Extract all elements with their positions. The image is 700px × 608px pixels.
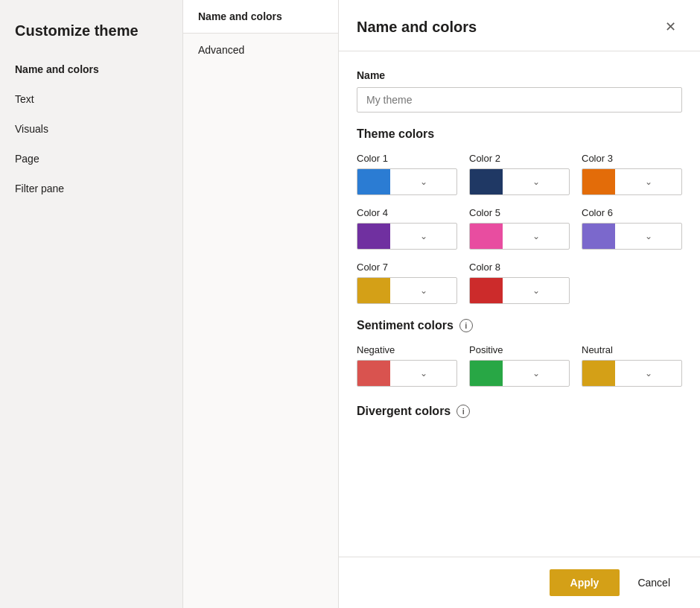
main-panel: Name and colors ✕ Name Theme colors Colo…: [339, 0, 700, 608]
main-content: Name Theme colors Color 1 ⌄ Color 2 ⌄: [339, 51, 700, 557]
positive-swatch: [470, 361, 503, 386]
close-button[interactable]: ✕: [658, 15, 682, 39]
name-label: Name: [357, 69, 682, 81]
color-3-dropdown[interactable]: ⌄: [582, 168, 682, 195]
middle-panel: Name and colors Advanced: [182, 0, 339, 608]
color-item-4: Color 4 ⌄: [357, 207, 457, 250]
tab-advanced[interactable]: Advanced: [183, 34, 338, 66]
color-6-label: Color 6: [582, 207, 682, 218]
color-item-7: Color 7 ⌄: [357, 262, 457, 304]
color-7-label: Color 7: [357, 262, 457, 273]
positive-chevron-icon: ⌄: [503, 368, 569, 379]
neutral-chevron-icon: ⌄: [615, 368, 681, 379]
color-5-dropdown[interactable]: ⌄: [469, 223, 570, 250]
neutral-swatch: [582, 361, 615, 386]
negative-dropdown[interactable]: ⌄: [357, 360, 457, 387]
color-3-label: Color 3: [582, 153, 682, 164]
color-3-chevron-icon: ⌄: [615, 177, 681, 187]
color-4-label: Color 4: [357, 207, 457, 218]
color-3-swatch: [582, 169, 615, 194]
color-6-swatch: [582, 224, 615, 249]
theme-name-input[interactable]: [357, 87, 682, 113]
sidebar-item-text[interactable]: Text: [0, 84, 182, 114]
sentiment-colors-heading: Sentiment colors i: [357, 319, 682, 332]
color-6-chevron-icon: ⌄: [615, 231, 681, 241]
positive-label: Positive: [469, 344, 570, 355]
color-7-dropdown[interactable]: ⌄: [357, 277, 457, 304]
color-2-dropdown[interactable]: ⌄: [469, 168, 570, 195]
theme-colors-heading: Theme colors: [357, 127, 682, 141]
color-1-label: Color 1: [357, 153, 457, 164]
divergent-colors-heading: Divergent colors i: [357, 405, 682, 418]
neutral-label: Neutral: [582, 344, 682, 355]
main-panel-title: Name and colors: [357, 19, 477, 36]
color-item-6: Color 6 ⌄: [582, 207, 682, 250]
sidebar-item-page[interactable]: Page: [0, 144, 182, 174]
sentiment-negative: Negative ⌄: [357, 344, 457, 387]
color-item-8: Color 8 ⌄: [469, 262, 570, 304]
theme-colors-grid: Color 1 ⌄ Color 2 ⌄ Color 3 ⌄: [357, 153, 682, 304]
color-item-3: Color 3 ⌄: [582, 153, 682, 195]
color-1-chevron-icon: ⌄: [390, 177, 456, 187]
sidebar: Customize theme Name and colors Text Vis…: [0, 0, 182, 608]
color-8-label: Color 8: [469, 262, 570, 273]
color-item-1: Color 1 ⌄: [357, 153, 457, 195]
sentiment-neutral: Neutral ⌄: [582, 344, 682, 387]
color-2-swatch: [470, 169, 503, 194]
color-5-label: Color 5: [469, 207, 570, 218]
color-8-dropdown[interactable]: ⌄: [469, 277, 570, 304]
color-4-chevron-icon: ⌄: [390, 231, 456, 241]
apply-button[interactable]: Apply: [550, 569, 620, 596]
divergent-info-icon: i: [456, 405, 470, 418]
color-5-swatch: [470, 224, 503, 249]
main-header: Name and colors ✕: [339, 0, 700, 51]
neutral-dropdown[interactable]: ⌄: [582, 360, 682, 387]
color-8-chevron-icon: ⌄: [503, 285, 569, 296]
main-footer: Apply Cancel: [339, 557, 700, 608]
color-7-chevron-icon: ⌄: [390, 285, 456, 296]
sidebar-item-name-and-colors[interactable]: Name and colors: [0, 54, 182, 84]
color-5-chevron-icon: ⌄: [503, 231, 569, 241]
sentiment-positive: Positive ⌄: [469, 344, 570, 387]
color-item-2: Color 2 ⌄: [469, 153, 570, 195]
color-1-swatch: [357, 169, 390, 194]
negative-swatch: [357, 361, 390, 386]
sentiment-info-icon: i: [459, 319, 473, 332]
color-2-label: Color 2: [469, 153, 570, 164]
color-6-dropdown[interactable]: ⌄: [582, 223, 682, 250]
negative-chevron-icon: ⌄: [390, 368, 456, 379]
color-4-dropdown[interactable]: ⌄: [357, 223, 457, 250]
tab-name-and-colors[interactable]: Name and colors: [183, 0, 338, 34]
sentiment-colors-grid: Negative ⌄ Positive ⌄ Neutral ⌄: [357, 344, 682, 387]
color-item-5: Color 5 ⌄: [469, 207, 570, 250]
color-7-swatch: [357, 278, 390, 303]
negative-label: Negative: [357, 344, 457, 355]
color-2-chevron-icon: ⌄: [503, 177, 569, 187]
color-4-swatch: [357, 224, 390, 249]
sidebar-title: Customize theme: [0, 15, 182, 54]
color-8-swatch: [470, 278, 503, 303]
color-1-dropdown[interactable]: ⌄: [357, 168, 457, 195]
positive-dropdown[interactable]: ⌄: [469, 360, 570, 387]
cancel-button[interactable]: Cancel: [626, 569, 682, 596]
sidebar-item-filter-pane[interactable]: Filter pane: [0, 174, 182, 203]
sidebar-item-visuals[interactable]: Visuals: [0, 114, 182, 144]
